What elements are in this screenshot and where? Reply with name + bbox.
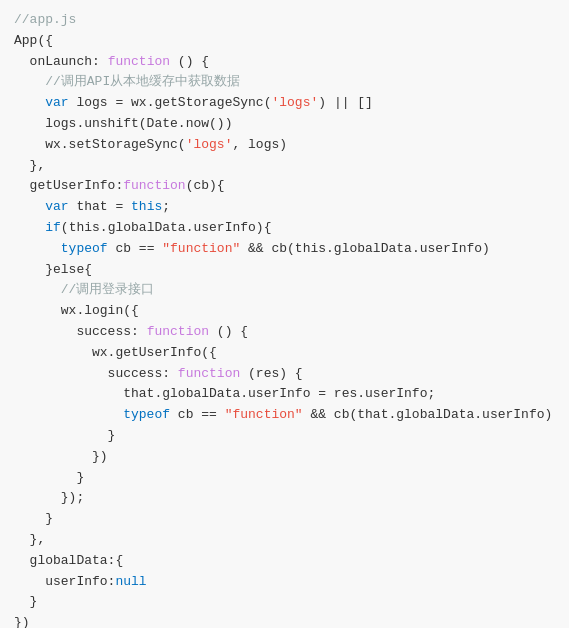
code-token: "function" — [225, 405, 303, 426]
code-line: }) — [14, 447, 555, 468]
code-token: "function" — [162, 239, 240, 260]
code-token: () { — [209, 322, 248, 343]
code-line: logs.unshift(Date.now()) — [14, 114, 555, 135]
code-line: //app.js — [14, 10, 555, 31]
code-line: userInfo:null — [14, 572, 555, 593]
code-token — [14, 239, 61, 260]
code-line: } — [14, 468, 555, 489]
code-line: }, — [14, 530, 555, 551]
code-token: (this.globalData.userInfo){ — [61, 218, 272, 239]
code-token: this — [131, 197, 162, 218]
code-line: } — [14, 426, 555, 447]
code-token: }else{ — [14, 260, 92, 281]
code-token: 'logs' — [271, 93, 318, 114]
code-line: wx.login({ — [14, 301, 555, 322]
code-token: wx.setStorageSync( — [14, 135, 186, 156]
code-token: null — [115, 572, 146, 593]
code-line: }) — [14, 613, 555, 628]
code-line: that.globalData.userInfo = res.userInfo; — [14, 384, 555, 405]
code-token: globalData:{ — [14, 551, 123, 572]
code-line: //调用API从本地缓存中获取数据 — [14, 72, 555, 93]
code-token: logs = wx.getStorageSync( — [69, 93, 272, 114]
code-token: , logs) — [232, 135, 287, 156]
code-token: && cb(this.globalData.userInfo) — [240, 239, 490, 260]
code-token: 'logs' — [186, 135, 233, 156]
code-token — [14, 93, 45, 114]
code-token: cb == — [170, 405, 225, 426]
code-token: var — [45, 197, 68, 218]
code-token: if — [45, 218, 61, 239]
code-line: }, — [14, 156, 555, 177]
code-token — [14, 197, 45, 218]
code-token: //调用登录接口 — [14, 280, 154, 301]
code-token: function — [123, 176, 185, 197]
code-line: wx.setStorageSync('logs', logs) — [14, 135, 555, 156]
code-token: var — [45, 93, 68, 114]
code-token: ) || [] — [318, 93, 373, 114]
code-token: App({ — [14, 31, 53, 52]
code-token: } — [14, 468, 84, 489]
code-editor: //app.jsApp({ onLaunch: function () { //… — [0, 0, 569, 628]
code-token: that = — [69, 197, 131, 218]
code-line: } — [14, 592, 555, 613]
code-token: ; — [162, 197, 170, 218]
code-line: wx.getUserInfo({ — [14, 343, 555, 364]
code-token: }, — [14, 156, 45, 177]
code-line: App({ — [14, 31, 555, 52]
code-token: //调用API从本地缓存中获取数据 — [14, 72, 240, 93]
code-token: cb == — [108, 239, 163, 260]
code-line: var that = this; — [14, 197, 555, 218]
code-token: function — [147, 322, 209, 343]
code-token: && cb(that.globalData.userInfo) — [303, 405, 553, 426]
code-line: }else{ — [14, 260, 555, 281]
code-token: () { — [170, 52, 209, 73]
code-line: globalData:{ — [14, 551, 555, 572]
code-line: onLaunch: function () { — [14, 52, 555, 73]
code-line: var logs = wx.getStorageSync('logs') || … — [14, 93, 555, 114]
code-token: function — [108, 52, 170, 73]
code-line: success: function () { — [14, 322, 555, 343]
code-token — [14, 218, 45, 239]
code-line: success: function (res) { — [14, 364, 555, 385]
code-token: function — [178, 364, 240, 385]
code-token: //app.js — [14, 10, 76, 31]
code-token: } — [14, 592, 37, 613]
code-line: typeof cb == "function" && cb(that.globa… — [14, 405, 555, 426]
code-token: }) — [14, 613, 30, 628]
code-token: success: — [14, 322, 147, 343]
code-token — [14, 405, 123, 426]
code-token: }, — [14, 530, 45, 551]
code-token: typeof — [61, 239, 108, 260]
code-line: if(this.globalData.userInfo){ — [14, 218, 555, 239]
code-token: } — [14, 426, 115, 447]
code-line: typeof cb == "function" && cb(this.globa… — [14, 239, 555, 260]
code-token: (cb){ — [186, 176, 225, 197]
code-token: that.globalData.userInfo = res.userInfo; — [14, 384, 435, 405]
code-line: } — [14, 509, 555, 530]
code-token: }) — [14, 447, 108, 468]
code-token: wx.login({ — [14, 301, 139, 322]
code-line: }); — [14, 488, 555, 509]
code-token: userInfo: — [14, 572, 115, 593]
code-token: success: — [14, 364, 178, 385]
code-token: onLaunch: — [14, 52, 108, 73]
code-line: getUserInfo:function(cb){ — [14, 176, 555, 197]
code-token: getUserInfo: — [14, 176, 123, 197]
code-token: logs.unshift(Date.now()) — [14, 114, 232, 135]
code-token: wx.getUserInfo({ — [14, 343, 217, 364]
code-line: //调用登录接口 — [14, 280, 555, 301]
code-token: (res) { — [240, 364, 302, 385]
code-token: } — [14, 509, 53, 530]
code-token: typeof — [123, 405, 170, 426]
code-token: }); — [14, 488, 84, 509]
